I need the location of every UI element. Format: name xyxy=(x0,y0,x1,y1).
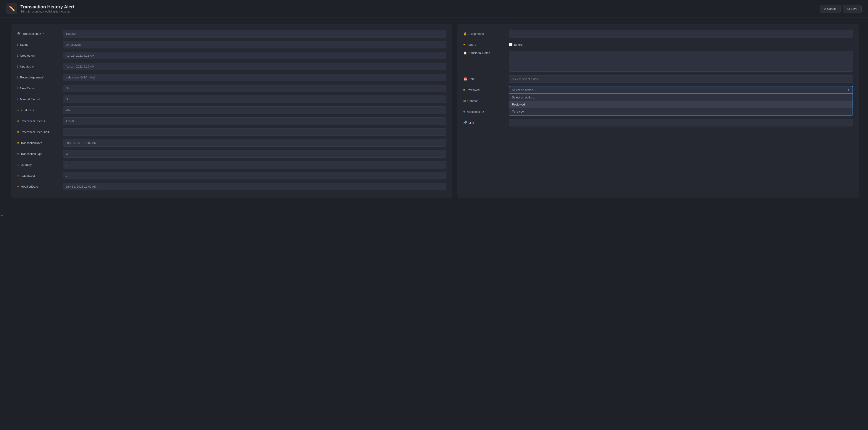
input-referenceOrderId[interactable] xyxy=(63,117,446,125)
textarea-additionalNotes[interactable] xyxy=(509,51,853,72)
value-referenceOrderId xyxy=(63,117,446,125)
label-text-actualCost: ActualCost xyxy=(21,174,35,177)
input-status[interactable] xyxy=(63,41,446,49)
label-modifiedDate: ≡ModifiedDate xyxy=(17,185,63,188)
header-actions: ✕ Cancel ⊟ Save xyxy=(819,5,862,12)
icon-additionalId: + xyxy=(463,110,465,114)
label-text-contact: Contact xyxy=(467,99,478,102)
save-button[interactable]: ⊟ Save xyxy=(843,5,862,12)
input-date[interactable] xyxy=(509,75,853,83)
label-link: 🔗Link xyxy=(463,121,509,124)
icon-transactionDate: ≡ xyxy=(17,141,19,145)
input-recordAge[interactable] xyxy=(63,74,446,81)
input-actualCost[interactable] xyxy=(63,172,446,179)
value-transactionType xyxy=(63,150,446,158)
field-row-transactionDate: ≡TransactionDate xyxy=(17,139,446,147)
input-transactionType[interactable] xyxy=(63,150,446,158)
icon-actualCost: ≡ xyxy=(17,174,19,177)
icon-ignore: 👁 xyxy=(463,43,466,47)
input-link[interactable] xyxy=(509,119,853,126)
icon-status: ℹ xyxy=(17,43,19,47)
field-row-link: 🔗Link xyxy=(463,118,853,127)
value-quantity xyxy=(63,161,446,168)
value-manualRecord xyxy=(63,95,446,103)
input-assignedTo[interactable] xyxy=(509,30,853,37)
cancel-button[interactable]: ✕ Cancel xyxy=(819,5,841,12)
page-subtitle: Edit this record by modifying its metada… xyxy=(21,10,74,13)
checkbox-text-ignore: Ignore xyxy=(514,43,523,47)
input-createdOn[interactable] xyxy=(63,52,446,59)
input-transactionId[interactable] xyxy=(63,30,446,37)
label-text-recordAge: Record Age (mins) xyxy=(20,76,44,79)
label-newRecord: ℹNew Record xyxy=(17,87,63,90)
field-row-date: 📅Date xyxy=(463,74,853,83)
field-row-createdOn: ℹCreated on xyxy=(17,51,446,60)
value-reviewed: Select an option...▼Select an option...R… xyxy=(509,86,853,94)
input-updatedOn[interactable] xyxy=(63,63,446,70)
dropdown-options-reviewed: Select an option...ReviewedTo review xyxy=(509,94,853,116)
icon-recordAge: ℹ xyxy=(17,76,19,79)
label-text-quantity: Quantity xyxy=(21,163,32,166)
dropdown-option-[interactable]: Select an option... xyxy=(509,94,852,101)
dropdown-option-to_review[interactable]: To review xyxy=(509,108,852,115)
value-additionalNotes xyxy=(509,51,853,72)
dropdown-option-reviewed[interactable]: Reviewed xyxy=(509,101,852,108)
icon-contact: ✉ xyxy=(463,99,466,102)
label-updatedOn: ℹUpdated on xyxy=(17,65,63,68)
edit-icon: ✏️ xyxy=(9,6,15,11)
icon-assignedTo: 🔒 xyxy=(463,32,467,35)
field-row-reviewed: ≡ReviewedSelect an option...▼Select an o… xyxy=(463,86,853,94)
label-text-additionalNotes: Additional Notes xyxy=(469,51,490,55)
value-updatedOn xyxy=(63,63,446,70)
page-header: ✏️ Transaction History Alert Edit this r… xyxy=(0,0,868,18)
label-text-createdOn: Created on xyxy=(20,54,35,57)
label-productId: ≡ProductID xyxy=(17,109,63,112)
label-text-updatedOn: Updated on xyxy=(20,65,35,68)
field-row-status: ℹStatus xyxy=(17,40,446,49)
label-additionalId: +Additional ID xyxy=(463,110,509,114)
label-transactionType: ≡TransactionType xyxy=(17,152,63,156)
value-recordAge xyxy=(63,74,446,81)
icon-additionalNotes: 📋 xyxy=(463,51,467,55)
label-status: ℹStatus xyxy=(17,43,63,47)
right-panel: 🔒Assigned to👁IgnoreIgnore📋Additional Not… xyxy=(457,24,859,198)
input-quantity[interactable] xyxy=(63,161,446,168)
dropdown-arrow-reviewed: ▼ xyxy=(847,88,850,91)
field-row-productId: ≡ProductID xyxy=(17,106,446,114)
required-star-transactionId: * xyxy=(43,32,44,35)
field-row-manualRecord: ℹManual Record xyxy=(17,95,446,103)
checkbox-ignore[interactable] xyxy=(509,43,513,47)
field-row-recordAge: ℹRecord Age (mins) xyxy=(17,73,446,82)
app-icon-wrap: ✏️ xyxy=(6,3,17,14)
label-text-additionalId: Additional ID xyxy=(467,110,484,114)
label-ignore: 👁Ignore xyxy=(463,43,509,47)
icon-reviewed: ≡ xyxy=(463,88,465,92)
sidebar-toggle[interactable]: » xyxy=(0,212,4,218)
label-text-manualRecord: Manual Record xyxy=(20,97,40,101)
input-referenceOrderLineId[interactable] xyxy=(63,128,446,136)
label-assignedTo: 🔒Assigned to xyxy=(463,32,509,35)
panels-container: 🔍TransactionID*ℹStatusℹCreated onℹUpdate… xyxy=(0,18,868,205)
dropdown-select-reviewed[interactable]: Select an option...▼ xyxy=(509,86,853,94)
label-text-referenceOrderId: ReferenceOrderID xyxy=(21,119,45,123)
value-date xyxy=(509,75,853,83)
icon-updatedOn: ℹ xyxy=(17,65,19,68)
dropdown-container-reviewed: Select an option...▼Select an option...R… xyxy=(509,86,853,94)
input-transactionDate[interactable] xyxy=(63,139,446,147)
icon-newRecord: ℹ xyxy=(17,87,19,90)
label-manualRecord: ℹManual Record xyxy=(17,97,63,101)
dropdown-selected-text-reviewed: Select an option... xyxy=(512,88,536,92)
input-modifiedDate[interactable] xyxy=(63,183,446,190)
input-productId[interactable] xyxy=(63,106,446,114)
input-manualRecord[interactable] xyxy=(63,95,446,103)
label-text-referenceOrderLineId: ReferenceOrderLineID xyxy=(21,130,51,134)
icon-manualRecord: ℹ xyxy=(17,97,19,101)
field-row-newRecord: ℹNew Record xyxy=(17,84,446,93)
checkbox-label-ignore[interactable]: Ignore xyxy=(509,43,853,47)
input-newRecord[interactable] xyxy=(63,85,446,92)
icon-link: 🔗 xyxy=(463,121,467,124)
label-text-transactionDate: TransactionDate xyxy=(21,141,42,145)
value-referenceOrderLineId xyxy=(63,128,446,136)
label-text-date: Date xyxy=(469,77,475,81)
label-quantity: ≡Quantity xyxy=(17,163,63,166)
